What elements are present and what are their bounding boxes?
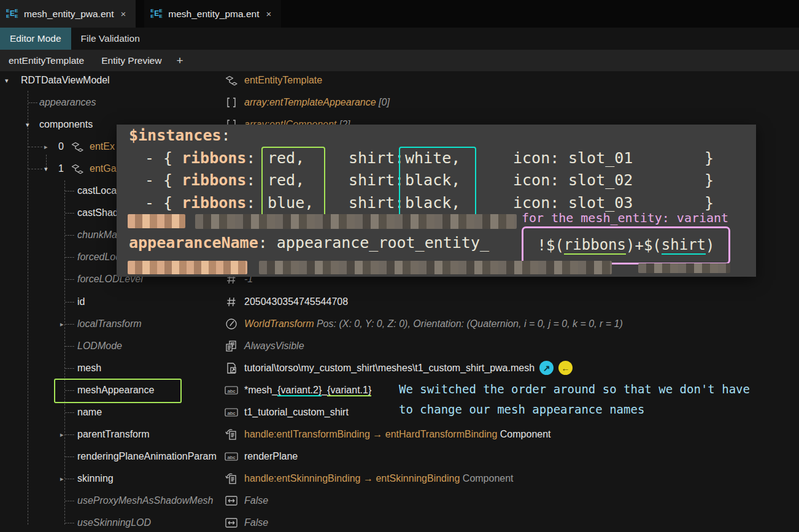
array-icon [225,96,238,109]
bool-icon [224,517,239,529]
ent-file-icon: EE E EE [150,8,163,20]
property-value: t1_tutorial_custom_shirt [244,404,349,421]
tree-connector [65,191,74,191]
tree-item-label: skinning [77,470,114,487]
svg-text:abc: abc [228,454,236,460]
property-row[interactable]: WorldTransform Pos: (X: 0, Y: 0, Z: 0), … [223,315,623,333]
tree-connector [65,346,74,347]
tree-item-useSkinningLOD[interactable]: useSkinningLOD [0,514,221,531]
tree-item-label: castLocal [77,182,119,199]
file-tab[interactable]: EE E EEmesh_entity_pma.ent× [144,0,281,28]
close-icon[interactable]: × [119,9,127,19]
expr-suffix: ) [706,237,714,254]
mode-tab[interactable]: Editor Mode [0,28,71,50]
property-row[interactable]: 2050430354745544708 [223,293,348,310]
property-value: entEntityTemplate [244,72,322,89]
tree-item-renderingPlaneAnimationParam[interactable]: renderingPlaneAnimationParam [0,448,221,465]
visibility-icon [225,339,238,353]
property-row[interactable]: False [223,514,268,531]
property-row[interactable]: handle:entITransformBinding → entHardTra… [223,426,551,443]
tree-item-label: id [77,293,85,310]
tree-item-RDTDataViewModel[interactable]: ▾RDTDataViewModel [0,72,221,89]
redacted-key [128,261,247,274]
tree-item-LODMode[interactable]: LODMode [0,337,221,355]
string-icon: abc [224,406,239,418]
entity-editor-window: EE E EEmesh_entity_pwa.ent× EE E EEmesh_… [0,0,799,532]
back-badge-icon[interactable]: ← [558,361,573,375]
tree-item-skinning[interactable]: ▸skinning [0,470,221,487]
redacted-value [259,261,612,274]
chevron-down-icon[interactable]: ▾ [44,160,48,177]
add-view-tab-button[interactable]: + [170,54,189,67]
chevron-right-icon[interactable]: ▸ [44,138,48,155]
chevron-down-icon[interactable]: ▾ [26,116,29,133]
string-icon: abc [224,450,239,463]
redacted-value [638,263,730,273]
tree-item-label: useSkinningLOD [77,514,151,531]
tree-item-meshAppearance[interactable]: meshAppearance [0,382,221,399]
tree-item-id[interactable]: id [0,293,221,310]
handle-icon [224,428,239,441]
property-value: 2050430354745544708 [244,293,348,310]
chevron-right-icon[interactable]: ▸ [60,426,64,443]
view-tab[interactable]: Entity Preview [93,55,170,66]
transform-icon [225,317,238,331]
file-tab[interactable]: EE E EEmesh_entity_pwa.ent× [0,0,136,28]
property-row[interactable]: handle:entSkinningBinding → entSkinningB… [223,470,514,487]
open-badge-icon[interactable]: ↗ [539,361,554,375]
tree-item-label: meshAppearance [77,382,154,399]
tree-item-label: useProxyMeshAsShadowMesh [77,492,213,509]
redacted-value [195,214,517,229]
tree-item-name[interactable]: name [0,404,221,421]
property-row[interactable]: tutorial\torso\my_custom_shirt\meshes\t1… [223,360,573,377]
mesh-file-icon [225,361,238,375]
tree-item-mesh[interactable]: mesh [0,360,221,377]
property-row[interactable]: abct1_tutorial_custom_shirt [223,404,349,421]
tree-connector [65,213,74,214]
view-tab[interactable]: entEntityTemplate [0,55,93,66]
tree-connector [65,279,74,280]
tree-connector [65,457,74,457]
tree-connector [65,412,74,413]
tree-item-label: localTransform [77,315,142,333]
tree-connector [65,523,74,523]
property-row[interactable]: False [223,492,268,509]
view-tab-bar: entEntityTemplateEntity Preview+ [0,50,799,71]
property-row[interactable]: abcrenderPlane [223,448,298,465]
property-value: False [244,514,268,531]
tree-item-label: forcedLod [77,249,121,266]
chevron-down-icon[interactable]: ▾ [5,72,9,89]
entity-icon [70,140,85,153]
tree-connector [65,324,74,325]
file-tab-label: mesh_entity_pma.ent [168,9,259,20]
redacted-key [128,214,185,228]
shirt-highlight-box [399,147,476,224]
tree-connector [28,169,42,169]
editor-content: ▾RDTDataViewModelappearances▾components▸… [0,71,799,532]
chevron-right-icon[interactable]: ▸ [60,315,64,333]
icon-value: slot_02 [568,171,633,190]
tree-item-useProxyMeshAsShadowMesh[interactable]: useProxyMeshAsShadowMesh [0,492,221,509]
tree-item-parentTransform[interactable]: ▸parentTransform [0,426,221,443]
tree-item-index: 0 [58,138,64,155]
icon-value: slot_03 [568,194,633,212]
tree-connector [65,235,74,236]
property-value: array:entTemplateAppearance [0] [244,94,390,111]
chevron-right-icon[interactable]: ▸ [60,470,64,487]
handle-icon [224,472,239,485]
tree-connector [65,501,74,501]
close-icon[interactable]: × [264,9,272,19]
mode-tab[interactable]: File Validation [71,28,150,50]
property-value: tutorial\torso\my_custom_shirt\meshes\t1… [244,360,535,377]
property-value: renderPlane [244,448,298,465]
property-row[interactable]: abc*mesh_{variant.2}_{variant.1} [223,382,371,399]
tree-item-appearances[interactable]: appearances [0,94,221,111]
tree-item-localTransform[interactable]: ▸localTransform [0,315,221,333]
property-row[interactable]: entEntityTemplate [223,72,322,89]
property-row[interactable]: array:entTemplateAppearance [0] [223,94,390,111]
entity-icon [70,162,85,175]
tree-connector [65,368,74,369]
expr-prefix: !$( [537,237,563,254]
property-row[interactable]: AlwaysVisible [223,337,304,355]
tree-connector [65,434,74,435]
